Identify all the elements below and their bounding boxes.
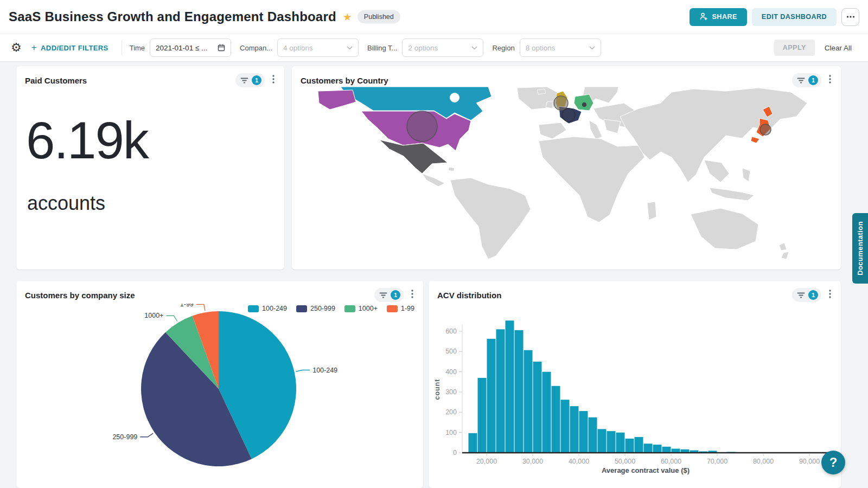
widget-title: Customers by company size: [25, 291, 135, 300]
map-bubble-United-States[interactable]: [407, 111, 437, 142]
histogram-bar[interactable]: [570, 406, 579, 453]
map-land: [710, 188, 754, 201]
time-filter[interactable]: 2021-01-01 ≤ ...: [150, 38, 231, 57]
favorite-star-icon[interactable]: ★: [343, 11, 352, 23]
customers-by-country-widget: Customers by Country 1: [292, 66, 841, 269]
world-map-chart[interactable]: [292, 87, 841, 269]
svg-text:600: 600: [445, 328, 457, 335]
region-filter-label: Region: [492, 44, 514, 52]
map-land: [779, 243, 787, 251]
histogram-bar[interactable]: [653, 445, 662, 453]
histogram-bar[interactable]: [626, 439, 634, 453]
map-land: [546, 101, 553, 108]
filter-count-badge: 1: [808, 290, 818, 300]
histogram-bar[interactable]: [579, 411, 588, 453]
svg-text:60,000: 60,000: [661, 458, 681, 465]
map-land: [537, 89, 546, 94]
billing-filter-label: Billing T...: [367, 44, 397, 52]
pie-slice-label: 1-99: [180, 304, 194, 308]
histogram-bar[interactable]: [524, 350, 533, 453]
widget-filter-chip[interactable]: 1: [374, 288, 404, 302]
svg-text:80,000: 80,000: [753, 458, 774, 465]
share-button[interactable]: SHARE: [690, 8, 747, 26]
histogram-bar[interactable]: [487, 339, 496, 453]
svg-text:500: 500: [445, 348, 457, 355]
histogram-bar[interactable]: [598, 429, 607, 453]
map-land: [589, 120, 602, 139]
histogram-bar[interactable]: [506, 320, 514, 453]
pie-callout-line: [196, 304, 205, 311]
funnel-icon: [240, 77, 248, 84]
svg-text:200: 200: [445, 408, 457, 416]
histogram-bar[interactable]: [589, 418, 597, 453]
kpi-value: 6.19k: [26, 111, 148, 170]
histogram-bar[interactable]: [542, 372, 551, 453]
dashboard-canvas: Paid Customers 1 6.19k accounts Customer…: [0, 62, 868, 488]
pie-legend: 100-249250-9991000+1-99: [248, 305, 414, 312]
legend-swatch: [248, 305, 259, 312]
legend-item-1000+[interactable]: 1000+: [344, 305, 378, 312]
widget-menu-kebab-icon[interactable]: [826, 74, 834, 87]
histogram-bar[interactable]: [515, 330, 524, 453]
clear-all-button[interactable]: Clear All: [825, 44, 852, 52]
widget-title: Paid Customers: [25, 76, 87, 85]
svg-text:40,000: 40,000: [569, 458, 589, 465]
map-land: [781, 252, 789, 259]
map-bubble-France[interactable]: [562, 108, 575, 121]
documentation-tab[interactable]: Documentation: [852, 213, 868, 284]
map-bubble-Germany[interactable]: [583, 103, 586, 107]
add-edit-filters-button[interactable]: + ADD/EDIT FILTERS: [31, 42, 108, 53]
settings-gear-icon[interactable]: ⚙: [11, 42, 22, 54]
histogram-bar[interactable]: [635, 437, 643, 453]
pie-callout-line: [140, 433, 153, 437]
svg-text:100: 100: [445, 429, 457, 436]
widget-menu-kebab-icon[interactable]: [408, 288, 417, 301]
histogram-bar[interactable]: [478, 378, 487, 453]
svg-text:30,000: 30,000: [522, 458, 543, 465]
help-button[interactable]: ?: [821, 451, 845, 474]
widget-menu-kebab-icon[interactable]: [826, 288, 834, 301]
histogram-bar[interactable]: [644, 444, 653, 453]
histogram-bar[interactable]: [616, 433, 625, 453]
widget-title: ACV distribution: [437, 291, 501, 300]
histogram-bar[interactable]: [561, 400, 570, 453]
legend-item-100-249[interactable]: 100-249: [248, 305, 287, 312]
more-options-button[interactable]: [841, 8, 859, 26]
legend-item-250-999[interactable]: 250-999: [296, 305, 335, 312]
kpi-unit-label: accounts: [27, 192, 105, 215]
apply-button[interactable]: APPLY: [774, 40, 815, 56]
histogram-chart[interactable]: 010020030040050060020,00030,00040,00050,…: [429, 304, 832, 488]
svg-text:70,000: 70,000: [707, 458, 727, 465]
edit-dashboard-button[interactable]: EDIT DASHBOARD: [752, 8, 837, 26]
paid-customers-widget: Paid Customers 1 6.19k accounts: [16, 66, 284, 269]
histogram-bar[interactable]: [533, 362, 542, 453]
x-axis-title: Average contract value ($): [602, 466, 690, 474]
histogram-bar[interactable]: [469, 433, 477, 453]
widget-filter-chip[interactable]: 1: [792, 288, 821, 302]
map-land: [448, 167, 455, 171]
histogram-bar[interactable]: [496, 329, 505, 453]
svg-text:0: 0: [453, 449, 457, 457]
company-filter[interactable]: 4 options: [277, 38, 359, 57]
map-bubble-United-Kingdom[interactable]: [554, 96, 568, 110]
share-person-icon: [699, 12, 708, 22]
histogram-bar[interactable]: [662, 447, 671, 453]
acv-distribution-widget: ACV distribution 1 010020030040050060020…: [429, 281, 841, 488]
widget-filter-chip[interactable]: 1: [235, 73, 265, 87]
funnel-icon: [379, 292, 387, 299]
billing-filter[interactable]: 2 options: [402, 38, 483, 57]
legend-swatch: [344, 305, 355, 312]
pie-chart[interactable]: 100-249250-9991000+1-99: [16, 304, 423, 488]
map-bubble-Japan[interactable]: [760, 124, 771, 135]
widget-menu-kebab-icon[interactable]: [269, 74, 278, 87]
map-country-United-States[interactable]: [318, 90, 356, 110]
histogram-bar[interactable]: [607, 431, 616, 453]
widget-filter-chip[interactable]: 1: [792, 73, 821, 87]
legend-swatch: [296, 305, 307, 312]
ellipsis-icon: [846, 16, 855, 18]
calendar-icon: [218, 44, 225, 52]
pie-callout-line: [166, 316, 177, 321]
histogram-bar[interactable]: [552, 386, 560, 453]
region-filter[interactable]: 8 options: [520, 38, 601, 57]
legend-item-1-99[interactable]: 1-99: [387, 305, 414, 312]
